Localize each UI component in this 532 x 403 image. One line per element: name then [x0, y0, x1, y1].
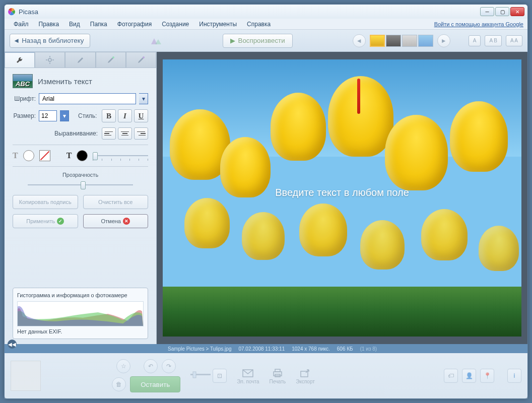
- status-index: (1 из 8): [360, 346, 377, 352]
- menu-tools[interactable]: Инструменты: [194, 20, 242, 29]
- export-icon: [299, 368, 311, 378]
- italic-button[interactable]: I: [118, 109, 132, 122]
- thumbnail-2[interactable]: [386, 35, 401, 47]
- prev-photo-button[interactable]: ◄: [353, 34, 366, 47]
- thumbnail-3[interactable]: [402, 35, 417, 47]
- status-date: 07.02.2008 11:33:11: [238, 346, 285, 352]
- copy-caption-button[interactable]: Копировать подпись: [13, 195, 78, 209]
- menu-file[interactable]: Файл: [9, 20, 34, 29]
- color-tool-icon[interactable]: [150, 36, 162, 45]
- underline-button[interactable]: U: [134, 109, 148, 122]
- play-slideshow-button[interactable]: ▶ Воспроизвести: [223, 34, 293, 48]
- menu-folder[interactable]: Папка: [85, 20, 112, 29]
- outline-width-slider[interactable]: [93, 151, 148, 161]
- fill-color-swatch[interactable]: [23, 150, 34, 161]
- printer-icon: [272, 368, 284, 378]
- opacity-label: Прозрачность: [13, 172, 148, 178]
- tab-tuning[interactable]: [35, 52, 65, 68]
- status-dimensions: 1024 x 768 пикс.: [292, 346, 330, 352]
- thumbnail-1[interactable]: [370, 35, 385, 47]
- people-button[interactable]: 👤: [462, 369, 476, 383]
- font-dropdown-button[interactable]: ▾: [139, 93, 148, 104]
- share-button[interactable]: Оставить: [130, 376, 180, 392]
- menu-help[interactable]: Справка: [242, 20, 276, 29]
- tag-button[interactable]: 🏷: [444, 369, 458, 383]
- export-action[interactable]: Экспорт: [296, 368, 315, 384]
- no-fill-button[interactable]: [39, 150, 50, 161]
- menu-photo[interactable]: Фотография: [112, 20, 157, 29]
- compare-a-button[interactable]: A: [469, 35, 481, 46]
- edit-tabs: [5, 52, 156, 68]
- statusbar: Sample Pictures > Tulips.jpg 07.02.2008 …: [5, 344, 527, 353]
- tab-basic-fixes[interactable]: [5, 52, 35, 68]
- minimize-button[interactable]: ─: [480, 7, 494, 16]
- compare-aa-button[interactable]: A A: [506, 35, 522, 46]
- menu-create[interactable]: Создание: [157, 20, 194, 29]
- cancel-button[interactable]: Отмена ✕: [83, 214, 149, 228]
- bold-button[interactable]: B: [102, 109, 116, 122]
- outline-color-swatch[interactable]: [77, 150, 88, 161]
- size-input[interactable]: [39, 110, 57, 121]
- tab-effects-1[interactable]: [65, 52, 95, 68]
- zoom-slider-icon[interactable]: [190, 369, 211, 381]
- titlebar: Picasa ─ ▢ ✕: [5, 5, 527, 19]
- panel-title: Изменить текст: [38, 77, 92, 86]
- trash-button[interactable]: 🗑: [112, 377, 126, 391]
- next-photo-button[interactable]: ►: [437, 34, 450, 47]
- menu-view[interactable]: Вид: [64, 20, 85, 29]
- align-left-button[interactable]: [102, 127, 116, 140]
- text-tool-icon: ABC: [13, 74, 33, 88]
- histogram-title: Гистограмма и информация о фотокамере: [17, 292, 144, 298]
- fill-letter-icon: T: [13, 151, 18, 160]
- thumbnail-4[interactable]: [418, 35, 433, 47]
- fit-button[interactable]: ⊡: [213, 369, 227, 383]
- tab-effects-2[interactable]: [96, 52, 126, 68]
- tray-thumbnail[interactable]: [11, 361, 41, 391]
- print-action[interactable]: Печать: [269, 368, 286, 384]
- back-to-library-button[interactable]: ◄ Назад в библиотеку: [10, 34, 90, 48]
- histogram-panel: Гистограмма и информация о фотокамере Не…: [13, 288, 148, 339]
- brush-icon: [76, 55, 85, 64]
- geo-button[interactable]: 📍: [480, 369, 494, 383]
- font-select[interactable]: [39, 93, 136, 104]
- checkmark-icon: ✓: [57, 218, 64, 225]
- style-label: Стиль:: [78, 112, 97, 119]
- svg-point-1: [48, 58, 51, 61]
- rotate-left-button[interactable]: ↶: [144, 359, 158, 373]
- info-button[interactable]: i: [507, 369, 521, 383]
- tab-effects-3[interactable]: [126, 52, 156, 68]
- maximize-button[interactable]: ▢: [495, 7, 509, 16]
- status-filesize: 606 КБ: [337, 346, 353, 352]
- exif-info: Нет данных EXIF.: [17, 328, 144, 334]
- clear-all-button[interactable]: Очистить все: [83, 195, 149, 209]
- email-action[interactable]: Эл. почта: [237, 368, 259, 384]
- size-dropdown-button[interactable]: ▾: [60, 110, 69, 121]
- brush3-icon: [137, 55, 146, 64]
- star-button[interactable]: ☆: [116, 359, 130, 373]
- back-arrow-icon: ◄: [13, 37, 20, 44]
- picasa-logo-icon: [8, 8, 16, 16]
- alignment-label: Выравнивание:: [54, 130, 98, 137]
- close-button[interactable]: ✕: [510, 7, 524, 16]
- align-right-button[interactable]: [134, 127, 148, 140]
- opacity-slider[interactable]: [28, 180, 133, 190]
- thumbnail-strip: [370, 35, 433, 47]
- align-center-button[interactable]: [118, 127, 132, 140]
- photo-canvas[interactable]: Введите текст в любом поле: [163, 59, 521, 337]
- text-overlay-placeholder[interactable]: Введите текст в любом поле: [275, 187, 409, 198]
- photo-viewer[interactable]: Введите текст в любом поле: [157, 52, 527, 344]
- rotate-right-button[interactable]: ↷: [162, 359, 176, 373]
- bottom-toolbar: ☆ ↶ ↷ 🗑 Оставить ⊡ Эл. почта Печать Эксп…: [5, 353, 527, 398]
- collapse-tray-button[interactable]: ◀◀: [8, 340, 17, 349]
- signin-link[interactable]: Войти с помощью аккаунта Google: [434, 21, 523, 27]
- play-icon: ▶: [230, 37, 235, 44]
- app-title: Picasa: [19, 8, 480, 16]
- edit-sidebar: ABC Изменить текст Шрифт: ▾ Размер: ▾ Ст…: [5, 52, 157, 344]
- compare-ab-button[interactable]: A B: [485, 35, 502, 46]
- font-label: Шрифт:: [13, 95, 36, 102]
- size-label: Размер:: [13, 112, 36, 119]
- menu-edit[interactable]: Правка: [34, 20, 64, 29]
- histogram-graph: [17, 301, 144, 326]
- toolbar: ◄ Назад в библиотеку ▶ Воспроизвести ◄ ►…: [5, 30, 527, 52]
- apply-button[interactable]: Применить ✓: [13, 214, 78, 228]
